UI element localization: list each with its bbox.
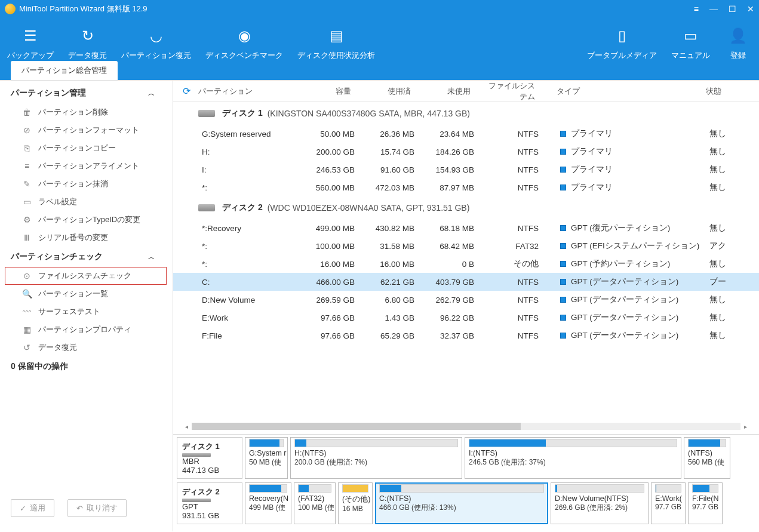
close-icon[interactable]: ✕ [747,4,754,14]
sidebar-scroll[interactable]: パーティション管理 ︿ 🗑 パーティション削除 ⊘ パーティションフォーマット … [0,83,173,492]
type-color-icon [560,131,566,137]
type-color-icon [560,184,566,190]
disk-header-row[interactable]: ディスク 1 (KINGSTON SA400S37480G SATA, MBR,… [173,102,759,125]
partition-row[interactable]: H: 200.00 GB 15.74 GB 184.26 GB NTFS プライ… [173,143,759,161]
partition-row[interactable]: D:New Volume 269.59 GB 6.80 GB 262.79 GB… [173,291,759,309]
バックアップ-icon: ☰ [21,26,40,45]
disk-map-partition[interactable]: H:(NTFS) 200.0 GB (使用済: 7%) [290,437,462,479]
chevron-up-icon: ︿ [148,89,155,98]
disk-map-row: ディスク 1 MBR 447.13 GB G:System r 50 MB (使… [177,437,755,479]
tool-マニュアル[interactable]: ▭ マニュアル [664,21,717,61]
cancel-button[interactable]: ↶取り消す [67,499,127,517]
tool-ディスク使用状況分析[interactable]: ▤ ディスク使用状況分析 [290,21,382,61]
partition-row[interactable]: E:Work 97.66 GB 1.43 GB 96.22 GB NTFS GP… [173,309,759,327]
sidebar-item[interactable]: 🗑 パーティション削除 [5,103,167,121]
sidebar-item[interactable]: ⊘ パーティションフォーマット [5,121,167,139]
sidebar-item[interactable]: 〰 サーフェステスト [5,303,167,321]
col-capacity[interactable]: 容量 [296,86,362,97]
partition-row[interactable]: G:System reserved 50.00 MB 26.36 MB 23.6… [173,125,759,143]
col-status[interactable]: 状態 [702,86,759,97]
col-type[interactable]: タイプ [553,86,702,97]
partition-row[interactable]: F:File 97.66 GB 65.29 GB 32.37 GB NTFS G… [173,327,759,345]
partition-row[interactable]: *: 100.00 MB 31.58 MB 68.42 MB FAT32 GPT… [173,237,759,255]
tool-ディスクベンチマーク[interactable]: ◉ ディスクベンチマーク [198,21,290,61]
type-color-icon [560,225,566,231]
sidebar-group-partition-check[interactable]: パーティションチェック ︿ [0,247,171,267]
tool-ブータブルメディア[interactable]: ▯ ブータブルメディア [580,21,664,61]
sidebar-actions: ✓適用 ↶取り消す [0,492,173,531]
データ復元-icon: ↻ [78,26,97,45]
sidebar-item[interactable]: ▭ ラベル設定 [5,193,167,211]
col-used[interactable]: 使用済 [362,86,422,97]
tool-登録[interactable]: 👤 登録 [717,21,759,61]
table-header: ⟳ パーティション 容量 使用済 未使用 ファイルシステム タイプ 状態 [173,81,759,102]
sidebar-icon: 🗑 [21,107,32,118]
minimize-icon[interactable]: ― [709,4,718,14]
disk-map-partition[interactable]: G:System r 50 MB (使 [245,437,288,479]
sidebar-item[interactable]: ↺ データ復元 [5,339,167,356]
usage-bar [342,484,368,493]
disk-map-partition[interactable]: D:New Volume(NTFS) 269.6 GB (使用済: 2%) [551,482,649,524]
title-bar: MiniTool Partition Wizard 無料版 12.9 ≡ ― ☐… [0,0,759,18]
tool-パーティション復元[interactable]: ◡ パーティション復元 [114,21,198,61]
sidebar-item[interactable]: ✎ パーティション抹消 [5,175,167,193]
usage-bar [249,439,284,447]
sidebar-item[interactable]: 🔍 パーティション一覧 [5,285,167,303]
disk-map-partition[interactable]: (FAT32) 100 MB (使 [294,482,336,524]
content-pane: ⟳ パーティション 容量 使用済 未使用 ファイルシステム タイプ 状態 ディス… [173,81,759,531]
disk-map-partition[interactable]: E:Work( 97.7 GB [651,482,686,524]
sidebar-item[interactable]: ≡ パーティションアライメント [5,157,167,175]
partition-row[interactable]: C: 466.00 GB 62.21 GB 403.79 GB NTFS GPT… [173,273,759,291]
disk-map-partition[interactable]: (その他) 16 MB [338,482,373,524]
ディスク使用状況分析-icon: ▤ [327,26,346,45]
disk-icon [198,110,215,117]
undo-icon: ↶ [76,504,83,513]
sidebar-item[interactable]: ⚙ パーティションTypeIDの変更 [5,211,167,229]
disk-map-partition[interactable]: (NTFS) 560 MB (使 [684,437,730,479]
disk-map-partition[interactable]: C:(NTFS) 466.0 GB (使用済: 13%) [375,482,548,524]
disk-map-partition[interactable]: I:(NTFS) 246.5 GB (使用済: 37%) [465,437,681,479]
maximize-icon[interactable]: ☐ [729,4,736,14]
scroll-thumb[interactable] [192,423,521,430]
tool-バックアップ[interactable]: ☰ バックアップ [0,21,61,61]
partition-row[interactable]: *:Recovery 499.00 MB 430.82 MB 68.18 MB … [173,219,759,237]
type-color-icon [560,315,566,321]
sidebar-group-partition-mgmt[interactable]: パーティション管理 ︿ [0,83,171,103]
partition-row[interactable]: *: 560.00 MB 472.03 MB 87.97 MB NTFS プライ… [173,179,759,196]
マニュアル-icon: ▭ [681,26,700,45]
tab-partition-mgmt[interactable]: パーティション総合管理 [11,61,118,80]
sidebar-item[interactable]: Ⅲ シリアル番号の変更 [5,229,167,247]
sidebar-item[interactable]: ⊙ ファイルシステムチェック [5,267,167,285]
sidebar-icon: ≡ [21,161,32,171]
disk-header-row[interactable]: ディスク 2 (WDC WD10EZEX-08WN4A0 SATA, GPT, … [173,196,759,219]
check-icon: ✓ [20,504,26,513]
tool-データ復元[interactable]: ↻ データ復元 [61,21,114,61]
disk-maps: ディスク 1 MBR 447.13 GB G:System r 50 MB (使… [173,434,759,531]
col-free[interactable]: 未使用 [422,86,481,97]
usage-bar [298,484,331,493]
horizontal-scrollbar[interactable]: ◂ ▸ [173,421,759,432]
partition-row[interactable]: *: 16.00 MB 16.00 MB 0 B その他 GPT (予約パーティ… [173,255,759,273]
col-partition[interactable]: パーティション [195,86,296,97]
disk-map-partition[interactable]: Recovery(N 499 MB (使 [245,482,291,524]
sidebar-item[interactable]: ⎘ パーティションコピー [5,139,167,157]
sidebar-group1-title: パーティション管理 [11,88,86,99]
disk-map-partition[interactable]: F:File(N 97.7 GB [688,482,723,524]
col-filesystem[interactable]: ファイルシステム [481,81,553,102]
scroll-left-icon[interactable]: ◂ [185,423,188,430]
sidebar-item[interactable]: ▦ パーティションプロパティ [5,321,167,339]
type-color-icon [560,333,566,339]
sidebar-icon: ⎘ [21,143,32,153]
apply-button[interactable]: ✓適用 [11,499,54,517]
scroll-track[interactable] [192,423,740,430]
sidebar-icon: 〰 [21,306,32,317]
menu-icon[interactable]: ≡ [694,4,699,14]
refresh-icon[interactable]: ⟳ [178,85,195,97]
type-color-icon [560,279,566,285]
pending-operations-header: 0 保留中の操作 [0,356,171,377]
disk-map-label[interactable]: ディスク 2 GPT 931.51 GB [177,482,242,524]
partition-row[interactable]: I: 246.53 GB 91.60 GB 154.93 GB NTFS プライ… [173,161,759,179]
chevron-up-icon: ︿ [148,253,155,262]
disk-map-label[interactable]: ディスク 1 MBR 447.13 GB [177,437,242,479]
scroll-right-icon[interactable]: ▸ [744,423,747,430]
